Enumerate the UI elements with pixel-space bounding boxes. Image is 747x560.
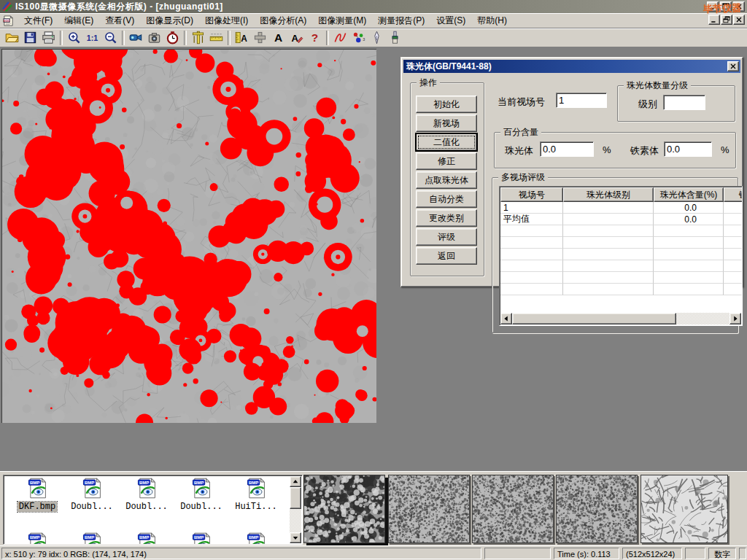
zoom-out-button[interactable] bbox=[101, 30, 120, 46]
table-row-3[interactable] bbox=[500, 225, 743, 237]
print-button[interactable] bbox=[39, 30, 58, 46]
file-item-2[interactable]: BMPDoubl... bbox=[66, 478, 118, 512]
specimen-image[interactable] bbox=[1, 49, 376, 423]
timer-clock-button[interactable] bbox=[163, 30, 182, 46]
picker-pen-button[interactable] bbox=[368, 30, 386, 46]
specimen-image-canvas[interactable] bbox=[2, 50, 376, 423]
document-icon[interactable]: DOC bbox=[3, 15, 14, 26]
multifield-table[interactable]: 视场号珠光体级别珠光体含量(%)铁素体含量(%) 10.0平均值0.0 bbox=[499, 186, 743, 326]
scroll-left-button[interactable] bbox=[500, 313, 512, 324]
brush-button[interactable] bbox=[386, 30, 404, 46]
op-button-4[interactable]: 修正 bbox=[416, 152, 477, 170]
table-row-6[interactable] bbox=[500, 260, 743, 272]
child-minimize-button[interactable] bbox=[708, 15, 720, 25]
scroll-right-button[interactable] bbox=[729, 313, 741, 324]
table-row-4[interactable] bbox=[500, 237, 743, 249]
scroll-thumb[interactable] bbox=[512, 313, 676, 324]
menu-item-10[interactable]: 帮助(H) bbox=[471, 13, 513, 28]
grid-cross-button[interactable] bbox=[251, 30, 269, 46]
menu-item-2[interactable]: 编辑(E) bbox=[58, 13, 99, 28]
table-row-1[interactable]: 10.0 bbox=[500, 202, 743, 214]
save-button[interactable] bbox=[21, 30, 39, 46]
op-button-3[interactable]: 二值化 bbox=[416, 133, 477, 151]
thumbnail-canvas[interactable] bbox=[473, 475, 553, 542]
file-item-3[interactable]: BMPDoubl... bbox=[120, 478, 173, 512]
menu-item-8[interactable]: 测量报告(P) bbox=[372, 13, 430, 28]
help-button[interactable]: ? bbox=[306, 30, 324, 46]
table-row-8[interactable] bbox=[500, 284, 743, 295]
capture-camera-button[interactable] bbox=[145, 30, 163, 46]
file-item-row2-3[interactable]: BMP bbox=[120, 532, 173, 545]
op-button-8[interactable]: 评级 bbox=[416, 228, 477, 246]
op-button-2[interactable]: 新视场 bbox=[416, 114, 477, 132]
table-row-2[interactable]: 平均值0.0 bbox=[500, 214, 743, 225]
file-item-1[interactable]: BMPDKF.bmp bbox=[11, 478, 63, 512]
thumbnail-canvas[interactable] bbox=[389, 475, 469, 542]
menu-item-1[interactable]: 文件(F) bbox=[18, 13, 58, 28]
curve-tool-button[interactable] bbox=[331, 30, 349, 46]
grade-input[interactable] bbox=[663, 95, 705, 110]
op-button-5[interactable]: 点取珠光体 bbox=[416, 171, 477, 189]
file-item-4[interactable]: BMPDoubl... bbox=[175, 478, 228, 512]
table-row-7[interactable] bbox=[500, 272, 743, 284]
ruler-button[interactable] bbox=[207, 30, 225, 46]
menu-item-4[interactable]: 图像显示(D) bbox=[140, 13, 199, 28]
file-scroll-thumb[interactable] bbox=[290, 487, 301, 509]
open-folder-button[interactable] bbox=[3, 30, 21, 46]
file-item-row2-1[interactable]: BMP bbox=[11, 532, 63, 545]
menu-item-6[interactable]: 图像分析(A) bbox=[254, 13, 312, 28]
pearlite-percent-input[interactable] bbox=[540, 141, 594, 157]
curve-tool-icon bbox=[333, 31, 347, 44]
scroll-up-button[interactable] bbox=[290, 476, 301, 487]
maximize-button[interactable] bbox=[720, 1, 732, 12]
file-item-row2-4[interactable]: BMP bbox=[175, 532, 228, 545]
op-button-7[interactable]: 更改类别 bbox=[416, 209, 477, 227]
child-restore-button[interactable] bbox=[721, 15, 732, 25]
zoom-in-button[interactable] bbox=[65, 30, 83, 46]
thumbnail-3[interactable] bbox=[472, 475, 554, 543]
table-horizontal-scrollbar[interactable] bbox=[500, 313, 741, 324]
text-edit-button[interactable]: A bbox=[287, 30, 306, 46]
table-cell bbox=[563, 214, 654, 225]
current-field-input[interactable] bbox=[556, 93, 607, 108]
thumbnail-canvas[interactable] bbox=[641, 475, 727, 542]
file-list[interactable]: BMPDKF.bmpBMPDoubl...BMPDoubl...BMPDoubl… bbox=[3, 475, 303, 545]
menu-item-7[interactable]: 图像测量(M) bbox=[312, 13, 372, 28]
op-button-9[interactable]: 返回 bbox=[416, 247, 477, 265]
svg-text:BMP: BMP bbox=[139, 535, 148, 540]
table-column-header-2[interactable]: 珠光体级别 bbox=[563, 187, 654, 202]
thumbnail-2[interactable] bbox=[388, 475, 470, 543]
file-item-row2-5[interactable]: BMP bbox=[230, 532, 282, 545]
thumbnail-1[interactable] bbox=[303, 475, 385, 543]
file-vertical-scrollbar[interactable] bbox=[290, 476, 301, 543]
child-close-button[interactable] bbox=[733, 15, 745, 25]
minimize-button[interactable] bbox=[707, 1, 719, 12]
title-bar[interactable]: IS100显微摄像系统(金相分析版) - [zhuguangti01] bbox=[0, 0, 747, 13]
ferrite-percent-input[interactable] bbox=[664, 141, 712, 157]
menu-item-9[interactable]: 设置(S) bbox=[430, 13, 471, 28]
op-button-6[interactable]: 自动分类 bbox=[416, 190, 477, 208]
thumbnail-canvas[interactable] bbox=[304, 475, 384, 542]
table-column-header-4[interactable]: 铁素体含量(%) bbox=[724, 187, 743, 202]
thumbnail-4[interactable] bbox=[556, 475, 638, 543]
actual-size-button[interactable]: 1:1 bbox=[83, 30, 101, 46]
close-button[interactable] bbox=[733, 1, 745, 12]
dialog-close-button[interactable] bbox=[727, 61, 739, 71]
measure-text-button[interactable]: A bbox=[233, 30, 251, 46]
dialog-title-bar[interactable]: 珠光体(GB/T9441-88) bbox=[403, 60, 740, 73]
table-column-header-1[interactable]: 视场号 bbox=[500, 187, 563, 202]
table-column-header-3[interactable]: 珠光体含量(%) bbox=[654, 187, 724, 202]
file-item-5[interactable]: BMPHuiTi... bbox=[230, 478, 282, 512]
menu-item-5[interactable]: 图像处理(I) bbox=[199, 13, 254, 28]
thumbnail-5[interactable] bbox=[640, 475, 728, 543]
scroll-down-button[interactable] bbox=[290, 532, 301, 543]
menu-item-3[interactable]: 查看(V) bbox=[99, 13, 140, 28]
text-label-button[interactable]: A bbox=[269, 30, 287, 46]
video-camera-button[interactable] bbox=[127, 30, 145, 46]
caliper-button[interactable] bbox=[189, 30, 207, 46]
classify-dots-button[interactable]: 3 bbox=[349, 30, 368, 46]
table-row-5[interactable] bbox=[500, 249, 743, 260]
thumbnail-canvas[interactable] bbox=[557, 475, 637, 542]
op-button-1[interactable]: 初始化 bbox=[416, 96, 477, 113]
file-item-row2-2[interactable]: BMP bbox=[66, 532, 118, 545]
